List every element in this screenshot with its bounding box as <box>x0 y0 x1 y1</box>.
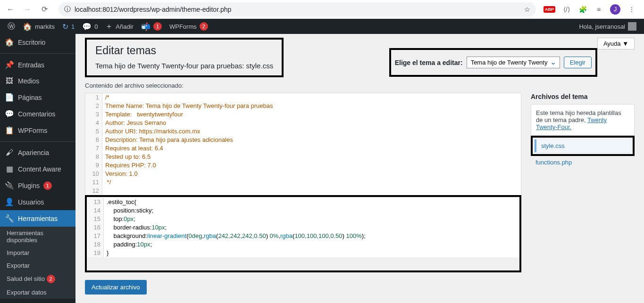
theme-select-label: Elige el tema a editar: <box>395 59 463 66</box>
sidebar-item-usuarios[interactable]: 👤Usuarios <box>0 194 75 210</box>
content-label: Contenido del archivo seleccionado: <box>85 82 635 89</box>
page-title: Editar temas <box>95 44 273 57</box>
account-link[interactable]: Hola, jserranosal <box>575 19 640 34</box>
highlighted-code-box: 13.estilo_toc{ 14 position:sticky; 15 to… <box>85 195 521 272</box>
devtools-extension-icon[interactable]: ⟨/⟩ <box>562 5 571 14</box>
forward-button[interactable]: → <box>21 3 34 16</box>
file-functions-php[interactable]: functions.php <box>531 156 635 169</box>
inbox-icon: 📬 <box>141 22 151 31</box>
wrench-icon: 🔧 <box>5 214 14 223</box>
choose-theme-button[interactable]: Elegir <box>564 57 592 68</box>
media-icon: 🖼 <box>5 77 14 85</box>
browser-toolbar: ← → ⟳ ⓘ localhost:8012/wordpress/wp-admi… <box>0 0 644 19</box>
home-icon: 🏠 <box>23 22 32 31</box>
comments-link[interactable]: 💬0 <box>78 19 101 34</box>
address-bar[interactable]: ⓘ localhost:8012/wordpress/wp-admin/them… <box>59 2 536 16</box>
wpforms-link[interactable]: WPForms2 <box>166 19 212 34</box>
sidebar-item-content-aware[interactable]: ▦Content Aware <box>0 161 75 177</box>
refresh-icon: ↻ <box>62 22 68 31</box>
admin-sidebar: 🏠Escritorio 📌Entradas 🖼Medios 📄Páginas 💬… <box>0 34 75 303</box>
title-box: Editar temas Tema hijo de Twenty Twenty-… <box>85 38 284 77</box>
submenu-importar[interactable]: Importar <box>0 246 75 259</box>
page-subtitle: Tema hijo de Twenty Twenty-four para pru… <box>95 62 273 70</box>
notifications-link[interactable]: 📬1 <box>137 19 166 34</box>
sidebar-item-apariencia[interactable]: 🖌Apariencia <box>0 145 75 161</box>
sidebar-item-escritorio[interactable]: 🏠Escritorio <box>0 34 75 50</box>
user-avatar <box>628 22 636 31</box>
page-icon: 📄 <box>5 93 14 102</box>
sidebar-item-comentarios[interactable]: 💬Comentarios <box>0 106 75 122</box>
update-file-button[interactable]: Actualizar archivo <box>85 280 147 295</box>
inherit-info: Este tema hijo hereda plantillas de un t… <box>531 104 635 136</box>
comment-icon: 💬 <box>82 22 92 31</box>
theme-selector-box: Elige el tema a editar: Tema hijo de Twe… <box>389 48 597 77</box>
browser-menu-icon[interactable]: ⋮ <box>627 5 636 14</box>
wp-logo[interactable]: ⓦ <box>4 19 19 34</box>
sidebar-item-entradas[interactable]: 📌Entradas <box>0 57 75 73</box>
updates-link[interactable]: ↻1 <box>59 19 78 34</box>
url-text: localhost:8012/wordpress/wp-admin/theme-… <box>75 6 520 13</box>
code-editor[interactable]: 1/* 2Theme Name: Tema hijo de Twenty Twe… <box>85 93 521 196</box>
plus-icon: ＋ <box>105 22 113 32</box>
dashboard-icon: 🏠 <box>5 38 14 47</box>
pin-icon: 📌 <box>5 60 14 69</box>
file-style-css[interactable]: style.css <box>535 139 631 152</box>
sidebar-item-paginas[interactable]: 📄Páginas <box>0 89 75 106</box>
comments-icon: 💬 <box>5 109 14 118</box>
user-icon: 👤 <box>5 197 14 206</box>
wordpress-icon: ⓦ <box>8 22 15 32</box>
profile-avatar[interactable]: J <box>610 4 620 15</box>
site-name-link[interactable]: 🏠markits <box>19 19 59 34</box>
form-icon: 📋 <box>5 126 14 135</box>
reading-list-icon[interactable]: ≡ <box>594 5 603 14</box>
back-button[interactable]: ← <box>4 3 17 16</box>
site-info-icon: ⓘ <box>64 5 71 14</box>
abp-extension-icon[interactable]: ABP <box>544 6 555 13</box>
submenu-exportar[interactable]: Exportar <box>0 259 75 272</box>
sidebar-item-herramientas[interactable]: 🔧Herramientas <box>0 210 75 227</box>
sidebar-item-plugins[interactable]: 🔌Plugins1 <box>0 177 75 194</box>
plug-icon: 🔌 <box>5 181 14 190</box>
help-tab[interactable]: Ayuda ▼ <box>597 38 635 49</box>
sidebar-item-wpforms[interactable]: 📋WPForms <box>0 122 75 139</box>
grid-icon: ▦ <box>5 164 14 173</box>
theme-select[interactable]: Tema hijo de Twenty Twenty <box>467 57 560 68</box>
submenu-herramientas-disponibles[interactable]: Herramientas disponibles <box>0 227 75 246</box>
extensions-icon[interactable]: 🧩 <box>578 5 587 14</box>
brush-icon: 🖌 <box>5 148 14 157</box>
main-content: Ayuda ▼ Elige el tema a editar: Tema hij… <box>75 34 644 303</box>
reload-button[interactable]: ⟳ <box>38 3 51 16</box>
submenu-exportar-datos[interactable]: Exportar datos <box>0 286 75 299</box>
new-content-link[interactable]: ＋Añadir <box>101 19 137 34</box>
theme-files-title: Archivos del tema <box>531 93 635 100</box>
submenu-salud-sitio[interactable]: Salud del sitio 2 <box>0 272 75 286</box>
file-list-highlighted: style.css <box>531 136 635 156</box>
wp-admin-bar: ⓦ 🏠markits ↻1 💬0 ＋Añadir 📬1 WPForms2 Hol… <box>0 19 644 34</box>
star-icon[interactable]: ☆ <box>524 6 530 13</box>
sidebar-item-medios[interactable]: 🖼Medios <box>0 73 75 89</box>
